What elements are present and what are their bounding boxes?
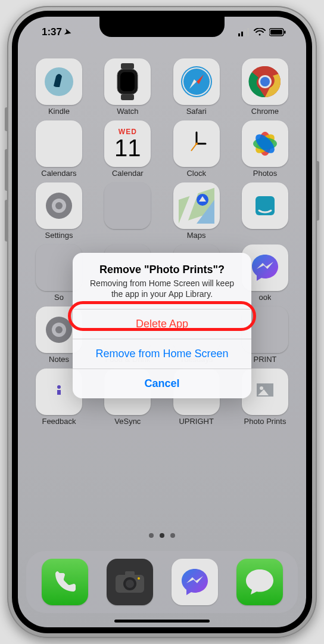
- app-label: ook: [259, 293, 272, 302]
- volume-up-button: [5, 149, 8, 191]
- location-services-icon: ➤: [63, 27, 73, 38]
- app-label: Calendars: [41, 169, 76, 178]
- svg-point-53: [126, 580, 134, 588]
- app-icon: WED11: [104, 120, 151, 167]
- app-amazon[interactable]: [238, 182, 292, 240]
- app-label: Photo Prints: [244, 417, 286, 426]
- svg-point-19: [260, 77, 270, 86]
- folder-icon: [104, 182, 151, 229]
- notch: [99, 17, 225, 37]
- dock-messenger[interactable]: [172, 559, 218, 605]
- battery-icon: [269, 28, 286, 36]
- mute-switch: [5, 107, 8, 131]
- svg-point-48: [260, 386, 263, 390]
- app-watch[interactable]: Watch: [101, 58, 154, 116]
- svg-rect-44: [117, 400, 138, 402]
- alert-title: Remove "Photo Prints"?: [83, 264, 241, 276]
- phone-bezel: 1:37 ➤: [12, 11, 312, 633]
- app-photos[interactable]: Photos: [238, 120, 292, 178]
- dock-messages[interactable]: [236, 559, 283, 605]
- app-icon: [242, 182, 288, 229]
- app-label: PRINT: [253, 355, 276, 364]
- app-label: Photos: [253, 169, 277, 178]
- home-indicator[interactable]: [114, 620, 210, 623]
- remove-app-alert: Remove "Photo Prints"? Removing from Hom…: [73, 253, 251, 398]
- app-icon: [104, 58, 151, 105]
- svg-rect-8: [121, 63, 134, 69]
- phone-frame: 1:37 ➤: [7, 6, 317, 638]
- app-icon: [36, 58, 82, 105]
- svg-rect-51: [125, 571, 135, 576]
- svg-rect-6: [284, 31, 286, 34]
- svg-rect-11: [120, 72, 135, 91]
- remove-from-home-button[interactable]: Remove from Home Screen: [73, 339, 251, 369]
- app-icon: 18: [36, 120, 82, 167]
- app-calendar[interactable]: WED11Calendar: [101, 120, 154, 178]
- svg-rect-9: [121, 94, 134, 100]
- delete-app-button[interactable]: Delete App: [73, 309, 251, 339]
- status-time: 1:37: [42, 26, 62, 38]
- app-label: Watch: [117, 107, 138, 116]
- svg-rect-3: [247, 28, 249, 36]
- svg-point-31: [55, 202, 63, 209]
- svg-rect-1: [241, 32, 243, 36]
- app-label: Kindle: [48, 107, 70, 116]
- svg-point-54: [138, 577, 140, 580]
- page-indicator[interactable]: [18, 533, 306, 538]
- app-label: Notes: [49, 355, 69, 364]
- app-icon: [242, 58, 288, 105]
- volume-down-button: [5, 200, 8, 242]
- screen: 1:37 ➤: [18, 17, 306, 627]
- svg-rect-43: [57, 390, 61, 395]
- app-label: VeSync: [114, 417, 141, 426]
- app-kindle[interactable]: Kindle: [32, 58, 86, 116]
- app-label: So: [54, 293, 64, 302]
- app-settings[interactable]: Settings: [32, 182, 86, 240]
- app-maps[interactable]: Maps: [170, 182, 223, 240]
- app-label: Clock: [186, 169, 206, 178]
- cellular-signal-icon: [238, 28, 250, 36]
- dock-phone[interactable]: [42, 559, 88, 605]
- svg-rect-5: [270, 30, 282, 35]
- app-clock[interactable]: Clock: [170, 120, 223, 178]
- svg-point-42: [57, 385, 61, 389]
- alert-message: Removing from Home Screen will keep the …: [83, 278, 241, 299]
- app-safari[interactable]: Safari: [170, 58, 223, 116]
- svg-rect-2: [244, 30, 246, 36]
- app-icon: [173, 120, 220, 167]
- app-label: Settings: [45, 231, 73, 240]
- app-icon: [242, 120, 288, 167]
- app-label: Calendar: [112, 169, 144, 178]
- app-label: Chrome: [251, 107, 279, 116]
- app-icon: [36, 182, 82, 229]
- svg-point-41: [55, 326, 63, 333]
- cancel-button[interactable]: Cancel: [73, 369, 251, 398]
- app-label: Feedback: [42, 417, 76, 426]
- side-button: [316, 161, 319, 221]
- dock-camera[interactable]: [107, 559, 153, 605]
- dock: [26, 551, 298, 613]
- app-label: UPRIGHT: [179, 417, 214, 426]
- app-label: Safari: [186, 107, 207, 116]
- app-chrome[interactable]: Chrome: [238, 58, 292, 116]
- svg-rect-0: [238, 33, 240, 36]
- svg-point-24: [195, 143, 198, 145]
- app-label: Maps: [187, 231, 206, 240]
- calendar-day: 11: [114, 136, 141, 160]
- app-icon: [173, 182, 220, 229]
- wifi-icon: [254, 28, 266, 36]
- app-icon: [173, 58, 220, 105]
- app-calendars[interactable]: 18Calendars: [32, 120, 86, 178]
- folder-1[interactable]: [101, 182, 154, 240]
